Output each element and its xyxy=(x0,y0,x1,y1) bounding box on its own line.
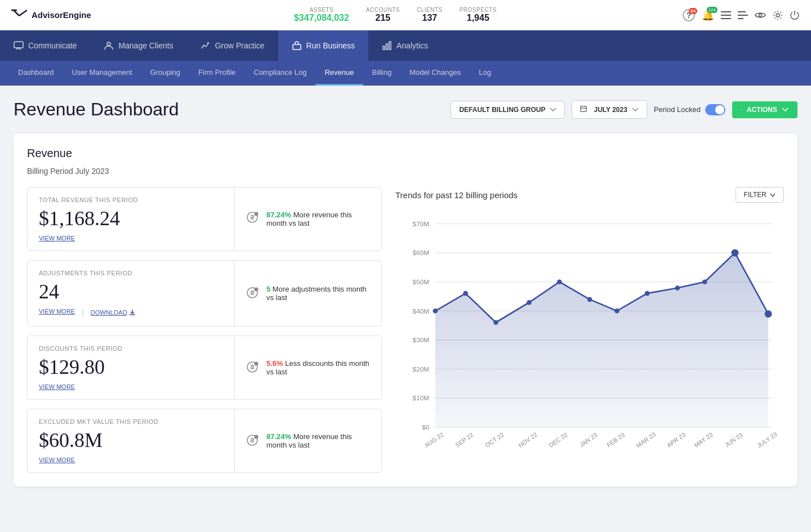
actions-button[interactable]: ACTIONS xyxy=(732,101,797,118)
logo: AdvisorEngine xyxy=(11,8,91,22)
stat-prospects-label: PROSPECTS xyxy=(460,7,497,13)
metric-total-revenue-stat: 87.24% More revenue this month vs last xyxy=(266,211,370,227)
svg-text:$70M: $70M xyxy=(413,220,430,228)
stat-prospects: PROSPECTS 1,945 xyxy=(460,7,497,23)
svg-rect-14 xyxy=(383,46,385,50)
svg-rect-7 xyxy=(738,15,748,16)
chart-point-8 xyxy=(675,285,680,290)
svg-text:MAR 23: MAR 23 xyxy=(635,431,657,449)
metric-excluded-mkt-icon: i xyxy=(246,434,259,448)
svg-text:DEC 22: DEC 22 xyxy=(547,431,569,449)
metric-adjustments-left: ADJUSTMENTS THIS PERIOD 24 VIEW MORE | D… xyxy=(28,261,235,326)
svg-rect-17 xyxy=(581,106,586,111)
stat-prospects-value: 1,945 xyxy=(460,13,497,23)
metric-discounts-icon: i xyxy=(246,361,259,375)
metric-discounts-right: i 5.6% Less discounts this month vs last xyxy=(235,336,381,399)
power-button[interactable] xyxy=(790,10,800,20)
metric-adjustments-stat: 5 More adjustments this month vs last xyxy=(266,285,370,302)
sub-nav-model-changes[interactable]: Model Changes xyxy=(400,61,470,86)
stat-clients-value: 137 xyxy=(417,13,443,23)
card-title: Revenue xyxy=(27,147,784,160)
svg-text:i: i xyxy=(256,213,256,216)
period-dropdown[interactable]: JULY 2023 xyxy=(572,100,647,119)
top-bar: AdvisorEngine ASSETS $347,084,032 ACCOUN… xyxy=(0,0,811,30)
header-controls: DEFAULT BILLING GROUP JULY 2023 Period L… xyxy=(451,100,797,119)
svg-rect-16 xyxy=(389,42,391,50)
metric-total-revenue-links: VIEW MORE xyxy=(39,235,223,242)
sub-nav-billing[interactable]: Billing xyxy=(363,61,401,86)
stat-clients-label: CLIENTS xyxy=(417,7,443,13)
svg-line-1 xyxy=(14,10,19,16)
svg-rect-11 xyxy=(14,42,23,48)
metrics-column: TOTAL REVENUE THIS PERIOD $1,168.24 VIEW… xyxy=(27,187,382,473)
metric-discounts-value: $129.80 xyxy=(39,355,223,379)
metric-excluded-mkt-right: i 87.24% More revenue this month vs last xyxy=(235,409,381,472)
svg-rect-8 xyxy=(738,18,743,19)
stat-assets-label: ASSETS xyxy=(294,7,349,13)
nav-analytics[interactable]: Analytics xyxy=(368,30,442,61)
help-badge: 24 xyxy=(689,8,697,14)
chart-container: $70M $60M $50M $40M $30M $20M $10M $0 xyxy=(395,212,784,454)
help-button[interactable]: ? 24 xyxy=(683,9,695,21)
sub-nav-compliance-log[interactable]: Compliance Log xyxy=(245,61,316,86)
metric-total-revenue-view-more[interactable]: VIEW MORE xyxy=(39,235,75,242)
svg-text:OCT 22: OCT 22 xyxy=(484,431,505,449)
nav-run-business[interactable]: Run Business xyxy=(278,30,368,61)
period-locked-control: Period Locked xyxy=(654,104,725,115)
chart-point-1 xyxy=(463,291,468,296)
chart-point-10 xyxy=(732,249,739,257)
chart-point-11 xyxy=(765,310,772,318)
svg-text:$30M: $30M xyxy=(413,336,430,344)
svg-point-10 xyxy=(776,14,779,17)
nav-communicate[interactable]: Communicate xyxy=(0,30,90,61)
sub-nav-firm-profile[interactable]: Firm Profile xyxy=(189,61,244,86)
svg-text:$50M: $50M xyxy=(413,278,430,286)
svg-text:$40M: $40M xyxy=(413,307,430,315)
list-icon-button[interactable] xyxy=(721,11,731,19)
metric-total-revenue-left: TOTAL REVENUE THIS PERIOD $1,168.24 VIEW… xyxy=(28,187,235,251)
metric-excluded-mkt-view-more[interactable]: VIEW MORE xyxy=(39,457,75,463)
actions-label: ACTIONS xyxy=(747,106,777,114)
metric-adjustments-right: i 5 More adjustments this month vs last xyxy=(235,261,381,326)
trend-chart: $70M $60M $50M $40M $30M $20M $10M $0 xyxy=(395,212,784,454)
sub-nav-grouping[interactable]: Grouping xyxy=(141,61,189,86)
metric-adjustments-links: VIEW MORE | DOWNLOAD xyxy=(39,308,223,317)
metric-total-revenue-right: i 87.24% More revenue this month vs last xyxy=(235,187,381,251)
nav-grow-practice[interactable]: Grow Practice xyxy=(187,30,278,61)
chart-point-3 xyxy=(527,300,532,305)
sub-nav-dashboard[interactable]: Dashboard xyxy=(9,61,63,86)
eye-button[interactable] xyxy=(755,11,766,19)
notifications-badge: 124 xyxy=(707,7,718,13)
nav-communicate-label: Communicate xyxy=(28,41,77,50)
two-col-layout: TOTAL REVENUE THIS PERIOD $1,168.24 VIEW… xyxy=(27,187,784,473)
filter-button[interactable]: FILTER xyxy=(736,187,784,203)
svg-text:$20M: $20M xyxy=(413,365,430,373)
nav-manage-clients[interactable]: Manage Clients xyxy=(90,30,186,61)
billing-group-label: DEFAULT BILLING GROUP xyxy=(459,106,545,114)
svg-text:$10M: $10M xyxy=(413,394,430,402)
notifications-button[interactable]: 🔔 124 xyxy=(702,9,714,21)
settings-button[interactable] xyxy=(773,10,783,20)
svg-text:APR 23: APR 23 xyxy=(666,431,687,449)
period-locked-toggle[interactable] xyxy=(705,104,725,115)
metric-adjustments-view-more[interactable]: VIEW MORE xyxy=(39,308,75,317)
sub-nav-revenue[interactable]: Revenue xyxy=(315,61,363,86)
chart-point-5 xyxy=(587,297,592,302)
lines-icon-button[interactable] xyxy=(738,11,748,19)
metric-discounts-view-more[interactable]: VIEW MORE xyxy=(39,383,75,390)
chart-area xyxy=(435,253,768,427)
nav-analytics-label: Analytics xyxy=(396,41,428,50)
metric-total-revenue: TOTAL REVENUE THIS PERIOD $1,168.24 VIEW… xyxy=(27,187,382,251)
svg-text:JULY 23: JULY 23 xyxy=(756,431,778,449)
svg-text:$60M: $60M xyxy=(413,249,430,257)
stat-assets-value: $347,084,032 xyxy=(294,13,349,23)
metric-adjustments-download[interactable]: DOWNLOAD xyxy=(91,308,136,317)
sub-nav-log[interactable]: Log xyxy=(470,61,500,86)
page-content: Revenue Dashboard DEFAULT BILLING GROUP … xyxy=(0,86,811,500)
chart-point-2 xyxy=(493,320,498,325)
sub-nav: Dashboard User Management Grouping Firm … xyxy=(0,61,811,86)
sub-nav-user-management[interactable]: User Management xyxy=(63,61,141,86)
billing-group-dropdown[interactable]: DEFAULT BILLING GROUP xyxy=(451,101,565,119)
chart-point-6 xyxy=(614,309,620,314)
svg-text:NOV 22: NOV 22 xyxy=(517,431,538,449)
